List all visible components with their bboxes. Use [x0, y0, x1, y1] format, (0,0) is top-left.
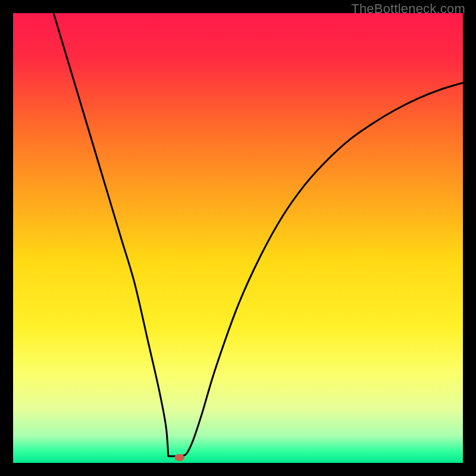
bottleneck-chart	[13, 13, 463, 463]
chart-container	[13, 13, 463, 463]
optimum-marker	[174, 454, 184, 461]
chart-background-gradient	[13, 13, 463, 463]
watermark-text: TheBottleneck.com	[351, 1, 465, 17]
